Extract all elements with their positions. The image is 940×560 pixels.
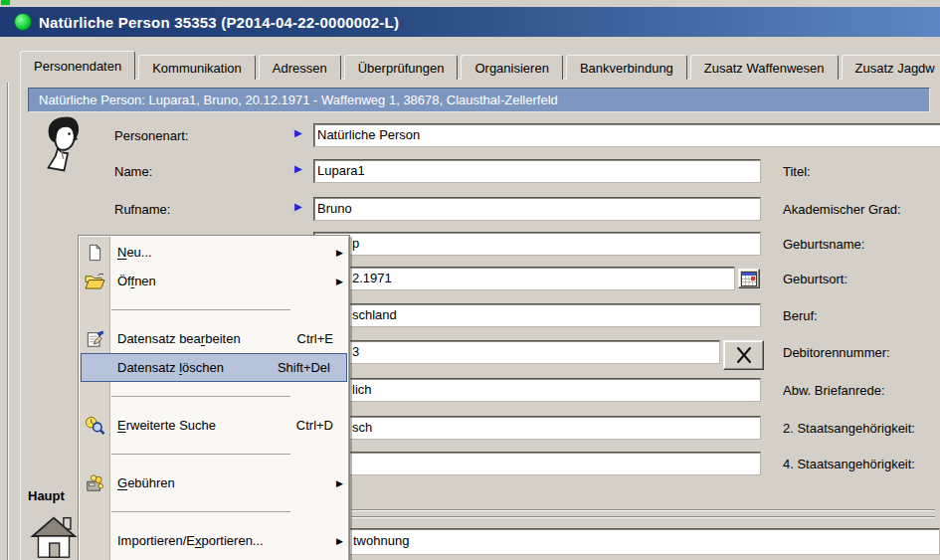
form-field[interactable]: Natürliche Person bbox=[313, 123, 940, 147]
menu-item-shortcut: Ctrl+E bbox=[297, 331, 333, 346]
field-arrow-icon: ▶ bbox=[294, 127, 302, 138]
menu-separator bbox=[111, 454, 290, 456]
menu-item[interactable] bbox=[79, 440, 349, 468]
form-field-value: Bruno bbox=[314, 199, 760, 219]
menu-item[interactable] bbox=[79, 497, 349, 526]
form-field[interactable]: lich bbox=[313, 378, 761, 402]
form-field-value: Natürliche Person bbox=[314, 125, 940, 145]
form-field[interactable] bbox=[313, 452, 761, 475]
menu-item-label: Neu... bbox=[117, 245, 152, 260]
context-menu: Neu... ▶ Öffnen ▶ Datensatz bearbeiten C… bbox=[78, 235, 350, 560]
menu-item-label: Öffnen bbox=[117, 274, 156, 288]
form-row: Personenart: ▶ Natürliche Person bbox=[0, 123, 940, 155]
address-type-value: twohnung bbox=[309, 529, 939, 553]
menu-item-label: Gebühren bbox=[117, 475, 175, 490]
form-field[interactable]: 3 bbox=[313, 340, 720, 364]
menu-item[interactable]: Öffnen ▶ bbox=[79, 267, 349, 295]
form-field[interactable]: Bruno bbox=[313, 197, 761, 221]
form-field-value: Lupara1 bbox=[314, 161, 760, 181]
menu-item[interactable] bbox=[79, 295, 349, 324]
tab-label: Personendaten bbox=[34, 59, 121, 74]
menu-item[interactable]: Gebühren ▶ bbox=[79, 468, 349, 497]
menu-item[interactable]: Neu... ▶ bbox=[79, 238, 349, 267]
form-row: Rufname: ▶ Bruno bbox=[0, 197, 940, 229]
menu-item[interactable]: Datensatz löschen Shift+Del bbox=[81, 353, 347, 382]
home-icon bbox=[30, 513, 78, 559]
menu-item-label: Datensatz löschen bbox=[117, 360, 224, 375]
menu-separator bbox=[111, 396, 290, 398]
field-label: Personenart: bbox=[114, 128, 188, 143]
form-field-value: sch bbox=[314, 418, 760, 438]
menu-item[interactable]: Erweiterte Suche Ctrl+D bbox=[79, 411, 349, 440]
edit-record-icon bbox=[84, 330, 105, 348]
form-field-value: lich bbox=[314, 380, 760, 400]
menu-item[interactable]: Datensatz bearbeiten Ctrl+E bbox=[79, 324, 349, 353]
submenu-arrow-icon: ▶ bbox=[336, 478, 343, 488]
form-field-value: schland bbox=[314, 305, 760, 325]
form-field-value: 3 bbox=[314, 342, 719, 362]
clear-button[interactable] bbox=[723, 340, 764, 370]
form-field[interactable]: Lupara1 bbox=[313, 159, 761, 183]
menu-separator bbox=[111, 511, 290, 513]
form-row: Name: ▶ Lupara1 bbox=[0, 159, 940, 191]
form-field-value: 2.1971 bbox=[314, 269, 734, 288]
form-field[interactable]: 2.1971 bbox=[313, 267, 735, 290]
tab-item[interactable]: Personendaten bbox=[20, 51, 135, 80]
calendar-icon bbox=[741, 272, 757, 286]
menu-item-label: Datensatz bearbeiten bbox=[117, 331, 241, 346]
menu-separator bbox=[111, 309, 290, 311]
form-field[interactable]: p bbox=[313, 232, 761, 256]
clear-x-icon bbox=[732, 345, 756, 365]
advanced-search-icon bbox=[84, 416, 105, 435]
address-type-field[interactable]: twohnung bbox=[308, 528, 940, 555]
menu-item-label: Erweiterte Suche bbox=[117, 418, 216, 433]
form-field-value: p bbox=[314, 234, 760, 254]
form-field[interactable]: schland bbox=[313, 303, 761, 327]
open-folder-icon bbox=[84, 273, 105, 289]
menu-item[interactable] bbox=[79, 382, 349, 411]
menu-item[interactable]: Importieren/Exportieren... ▶ bbox=[79, 526, 349, 555]
field-label: Rufname: bbox=[114, 202, 170, 217]
menu-item-shortcut: Ctrl+D bbox=[296, 418, 333, 433]
field-arrow-icon: ▶ bbox=[294, 201, 302, 212]
submenu-arrow-icon: ▶ bbox=[336, 248, 343, 258]
field-label: Name: bbox=[114, 164, 152, 179]
fees-icon bbox=[84, 474, 105, 492]
submenu-arrow-icon: ▶ bbox=[336, 536, 343, 546]
menu-item-shortcut: Shift+Del bbox=[278, 360, 330, 375]
new-document-icon bbox=[84, 244, 105, 262]
section-title: Haupt bbox=[28, 488, 65, 503]
menu-item-label: Importieren/Exportieren... bbox=[117, 533, 264, 548]
submenu-arrow-icon: ▶ bbox=[336, 277, 343, 286]
form-field[interactable]: sch bbox=[313, 416, 761, 440]
field-arrow-icon: ▶ bbox=[294, 163, 302, 174]
application-window: { "window": { "title": "Natürliche Perso… bbox=[0, 0, 940, 560]
menu-item[interactable] bbox=[79, 555, 349, 560]
calendar-button[interactable] bbox=[738, 269, 760, 288]
